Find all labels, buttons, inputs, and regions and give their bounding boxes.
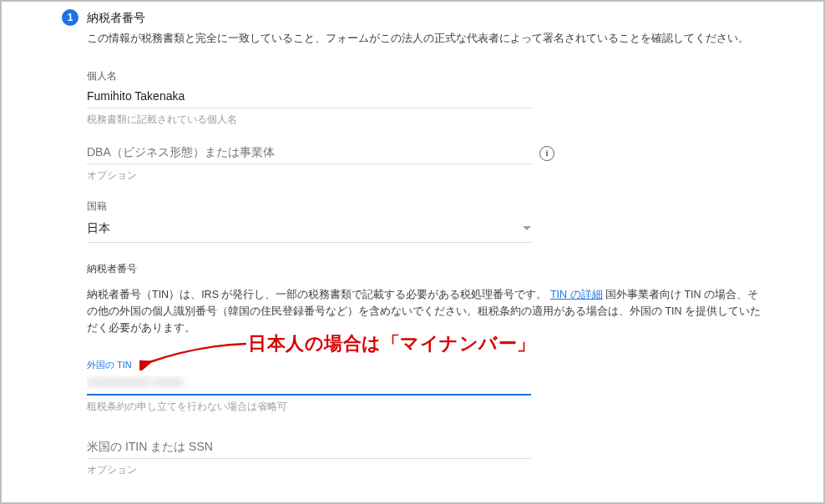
tin-details-link[interactable]: TIN の詳細 [550,289,603,300]
info-icon[interactable]: i [539,146,554,161]
dba-field-helper: オプション [87,168,763,183]
foreign-tin-input[interactable] [87,374,531,396]
step-title: 納税者番号 [87,8,145,27]
name-input[interactable] [87,86,531,108]
step-description: この情報が税務書類と完全に一致していること、フォームがこの法人の正式な代表者によ… [87,30,763,47]
foreign-tin-label: 外国の TIN [87,358,531,373]
us-itin-helper: オプション [87,462,763,477]
name-field-helper: 税務書類に記載されている個人名 [87,112,763,127]
step-number-badge: 1 [62,9,78,26]
dba-input[interactable] [87,142,531,164]
tin-section-title: 納税者番号 [87,261,763,277]
nationality-field-label: 国籍 [87,199,763,214]
nationality-value: 日本 [87,219,110,237]
name-field-label: 個人名 [87,68,763,83]
nationality-select[interactable]: 日本 [87,215,531,243]
chevron-down-icon [523,226,531,230]
foreign-tin-helper: 租税条約の申し立てを行わない場合は省略可 [87,399,531,414]
tin-section-description: 納税者番号（TIN）は、IRS が発行し、一部の税務書類で記載する必要がある税処… [87,286,763,336]
us-itin-input[interactable] [87,436,531,459]
